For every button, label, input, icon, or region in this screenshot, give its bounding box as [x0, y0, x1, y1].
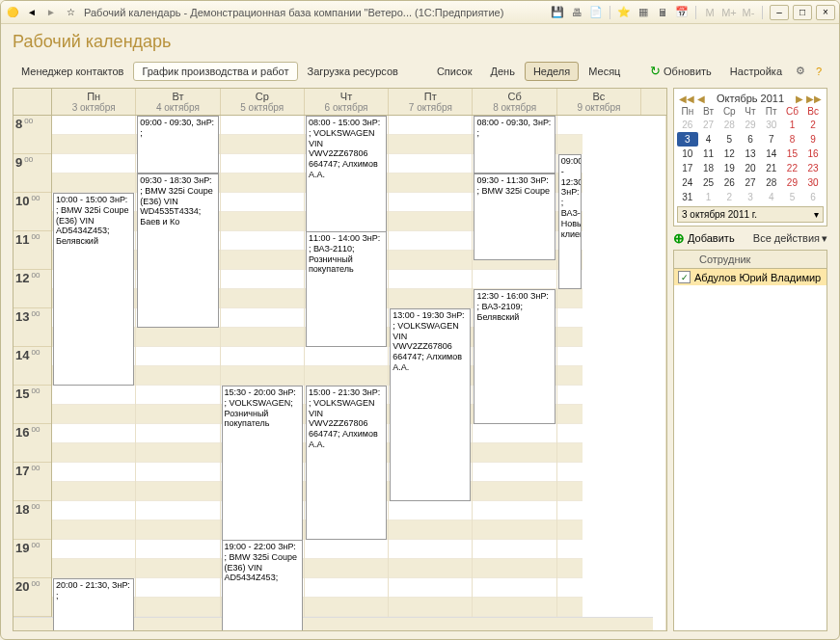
time-slot[interactable] — [136, 598, 219, 617]
view-day[interactable]: День — [482, 62, 524, 81]
time-slot[interactable] — [389, 559, 472, 578]
time-slot[interactable] — [305, 347, 388, 366]
time-slot[interactable] — [136, 443, 219, 463]
time-slot[interactable] — [52, 405, 135, 424]
time-slot[interactable] — [221, 308, 304, 328]
time-slot[interactable] — [52, 520, 135, 540]
time-slot[interactable] — [389, 154, 472, 173]
selected-date-field[interactable]: 3 октября 2011 г. ▾ — [677, 206, 824, 223]
time-slot[interactable] — [557, 135, 583, 154]
dropdown-icon[interactable]: ▾ — [814, 209, 819, 220]
calendar-event[interactable]: 09:30 - 11:30 ЗнР: ; BMW 325i Coupe — [474, 173, 555, 260]
time-slot[interactable] — [136, 540, 219, 559]
minical-day[interactable]: 17 — [677, 161, 698, 175]
maximize-button[interactable]: □ — [793, 5, 812, 20]
time-slot[interactable] — [136, 501, 219, 520]
minical-day[interactable]: 13 — [740, 147, 761, 161]
minical-day[interactable]: 3 — [740, 190, 761, 204]
day-header-2[interactable]: Ср5 октября — [221, 89, 305, 115]
back-icon[interactable]: ◄ — [24, 5, 40, 20]
time-slot[interactable] — [305, 559, 388, 578]
doc-icon[interactable]: 📄 — [587, 5, 605, 20]
time-slot[interactable] — [557, 578, 583, 598]
minical-day[interactable]: 15 — [782, 147, 803, 161]
minical-day[interactable]: 12 — [718, 147, 740, 161]
time-slot[interactable] — [136, 559, 219, 578]
calendar-event[interactable]: 11:00 - 14:00 ЗнР: ; ВАЗ-2110; Розничный… — [306, 231, 387, 347]
tab-load[interactable]: Загрузка ресурсов — [299, 62, 407, 81]
minical-day[interactable]: 23 — [802, 161, 824, 175]
minical-day[interactable]: 30 — [802, 175, 824, 190]
time-slot[interactable] — [221, 154, 304, 173]
time-slot[interactable] — [389, 135, 472, 154]
gear-icon[interactable]: ⚙ — [792, 64, 809, 79]
next-year-icon[interactable]: ▶▶ — [806, 93, 822, 104]
calendar-event[interactable]: 20:00 - 21:30, ЗнР: ; — [53, 578, 134, 630]
time-slot[interactable] — [221, 366, 304, 386]
time-slot[interactable] — [473, 520, 555, 540]
minical-day[interactable]: 14 — [761, 147, 782, 161]
all-actions-button[interactable]: Все действия ▾ — [753, 232, 827, 245]
time-slot[interactable] — [221, 193, 304, 212]
time-slot[interactable] — [557, 366, 583, 386]
time-slot[interactable] — [473, 598, 555, 617]
minical-day[interactable]: 2 — [718, 190, 740, 204]
time-slot[interactable] — [136, 347, 219, 366]
minical-day[interactable]: 28 — [718, 118, 740, 132]
time-slot[interactable] — [557, 289, 583, 308]
minical-day[interactable]: 9 — [802, 132, 824, 147]
time-slot[interactable] — [52, 173, 135, 193]
time-slot[interactable] — [221, 212, 304, 231]
time-slot[interactable] — [221, 116, 304, 135]
cal-icon[interactable]: 📅 — [673, 5, 691, 20]
time-slot[interactable] — [473, 501, 555, 520]
time-slot[interactable] — [221, 347, 304, 366]
time-slot[interactable] — [557, 116, 583, 135]
view-list[interactable]: Список — [428, 62, 481, 81]
time-slot[interactable] — [221, 231, 304, 251]
time-slot[interactable] — [136, 578, 219, 598]
minical-day[interactable]: 6 — [740, 132, 761, 147]
time-slot[interactable] — [52, 116, 135, 135]
time-slot[interactable] — [473, 540, 555, 559]
day-header-6[interactable]: Вс9 октября — [557, 89, 641, 115]
minical-day[interactable]: 6 — [802, 190, 824, 204]
time-slot[interactable] — [136, 328, 219, 347]
day-header-5[interactable]: Сб8 октября — [473, 89, 556, 115]
time-slot[interactable] — [221, 289, 304, 308]
add-button[interactable]: ⊕Добавить — [673, 230, 735, 246]
time-slot[interactable] — [136, 424, 219, 443]
calendar-event[interactable]: 09:00 - 12:30 ЗнР: ; ВАЗ-2109; Новый кли… — [558, 154, 582, 289]
grid-icon[interactable]: ▦ — [635, 5, 652, 20]
time-slot[interactable] — [136, 405, 219, 424]
minical-day[interactable]: 11 — [698, 147, 719, 161]
minical-day[interactable]: 25 — [698, 175, 719, 190]
time-slot[interactable] — [221, 135, 304, 154]
minical-day[interactable]: 7 — [761, 132, 782, 147]
tab-schedule[interactable]: График производства и работ — [133, 62, 297, 81]
time-slot[interactable] — [52, 424, 135, 443]
time-slot[interactable] — [473, 578, 555, 598]
mem-m[interactable]: M — [701, 5, 718, 20]
time-slot[interactable] — [136, 386, 219, 405]
time-slot[interactable] — [473, 482, 555, 501]
time-slot[interactable] — [389, 520, 472, 540]
calendar-event[interactable]: 08:00 - 09:30, ЗнР: ; — [474, 116, 555, 173]
time-slot[interactable] — [305, 578, 388, 598]
time-slot[interactable] — [557, 308, 583, 328]
minical-day[interactable]: 2 — [802, 118, 824, 132]
time-slot[interactable] — [52, 540, 135, 559]
time-slot[interactable] — [389, 231, 472, 251]
time-slot[interactable] — [305, 366, 388, 386]
time-slot[interactable] — [389, 212, 472, 231]
minical-day[interactable]: 4 — [761, 190, 782, 204]
day-header-4[interactable]: Пт7 октября — [389, 89, 473, 115]
time-slot[interactable] — [52, 559, 135, 578]
prev-month-icon[interactable]: ◀ — [697, 93, 705, 104]
close-button[interactable]: × — [816, 5, 835, 20]
calendar-event[interactable]: 09:00 - 09:30, ЗнР: ; — [137, 116, 218, 173]
fwd-icon[interactable]: ► — [43, 5, 59, 20]
time-slot[interactable] — [136, 463, 219, 482]
time-slot[interactable] — [221, 251, 304, 270]
minimize-button[interactable]: – — [770, 5, 789, 20]
